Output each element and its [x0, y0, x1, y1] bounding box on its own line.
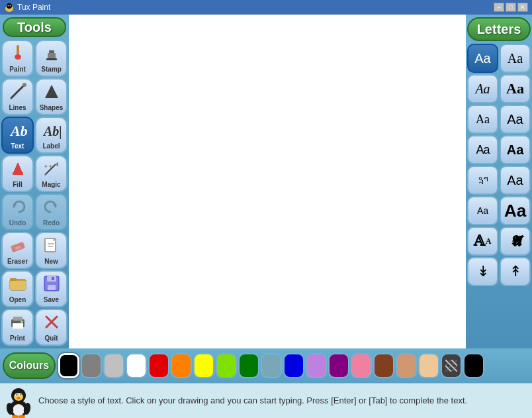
- color-green[interactable]: [238, 353, 259, 378]
- window-title: Tux Paint: [17, 3, 494, 12]
- maximize-button[interactable]: □: [506, 3, 516, 12]
- color-black2[interactable]: [463, 353, 484, 378]
- tool-new[interactable]: New: [35, 232, 67, 269]
- color-red[interactable]: [148, 353, 169, 378]
- tool-grid: Paint Stamp: [1, 40, 67, 346]
- svg-rect-30: [10, 278, 17, 281]
- font-btn-14[interactable]: 𝕬: [500, 227, 531, 256]
- tool-redo: Redo: [35, 193, 67, 231]
- status-bar: Choose a style of text. Click on your dr…: [0, 383, 532, 418]
- svg-point-1: [7, 3, 12, 9]
- font-btn-7[interactable]: Aa: [467, 135, 498, 164]
- label-label: Label: [42, 142, 60, 150]
- color-purple-light[interactable]: [306, 353, 327, 378]
- color-purple[interactable]: [328, 353, 349, 378]
- paint-icon: [9, 44, 27, 64]
- tool-eraser[interactable]: Eraser: [1, 232, 34, 269]
- svg-point-48: [17, 394, 18, 395]
- font-btn-4[interactable]: Aa: [500, 74, 531, 103]
- left-toolbar: Tools Paint: [0, 15, 69, 348]
- font-grid: Aa Aa Aa Aa Aa Aa Aa Aa འཀྲ Aa Aa Aa 𝔸A …: [467, 44, 531, 286]
- tool-fill[interactable]: Fill: [1, 155, 34, 192]
- tool-paint[interactable]: Paint: [1, 40, 34, 77]
- color-swatches: [58, 353, 529, 378]
- svg-text:Abc: Abc: [9, 123, 27, 139]
- right-panel: Letters Aa Aa Aa Aa Aa Aa Aa Aa འཀྲ Aa A…: [466, 15, 532, 348]
- eraser-label: Eraser: [7, 258, 28, 265]
- color-pink[interactable]: [351, 353, 372, 378]
- drawing-canvas[interactable]: [69, 15, 466, 348]
- svg-text:Ab|: Ab|: [42, 124, 61, 139]
- font-btn-6[interactable]: Aa: [500, 105, 531, 134]
- color-black[interactable]: [58, 353, 79, 378]
- font-btn-15[interactable]: ↡: [467, 257, 498, 286]
- close-button[interactable]: ✕: [517, 3, 528, 12]
- svg-point-39: [21, 321, 23, 323]
- tool-magic[interactable]: ✦✦ Magic: [35, 155, 67, 192]
- tool-quit[interactable]: Quit: [35, 309, 67, 346]
- color-skin[interactable]: [418, 353, 439, 378]
- color-orange[interactable]: [171, 353, 192, 378]
- undo-label: Undo: [9, 219, 26, 227]
- svg-point-4: [8, 5, 9, 6]
- stamp-icon: [42, 44, 61, 64]
- stamp-label: Stamp: [41, 66, 62, 73]
- svg-rect-31: [10, 281, 26, 290]
- tool-stamp[interactable]: Stamp: [35, 40, 67, 77]
- font-btn-1[interactable]: Aa: [467, 44, 498, 73]
- color-blue[interactable]: [283, 353, 304, 378]
- color-teal[interactable]: [261, 353, 282, 378]
- magic-icon: ✦✦: [42, 159, 61, 180]
- svg-rect-8: [48, 53, 56, 58]
- tools-heading: Tools: [3, 17, 66, 37]
- open-label: Open: [9, 296, 26, 303]
- colors-bar: Colours: [0, 348, 532, 383]
- font-btn-16[interactable]: ↟: [500, 257, 531, 286]
- svg-rect-35: [52, 277, 54, 280]
- tool-print[interactable]: Print: [1, 309, 34, 346]
- open-icon: [9, 274, 27, 295]
- color-yellow[interactable]: [193, 353, 214, 378]
- tool-text[interactable]: Abc Text: [1, 117, 34, 154]
- fill-icon: [9, 159, 27, 180]
- tool-open[interactable]: Open: [1, 270, 34, 307]
- svg-point-7: [15, 54, 21, 60]
- color-green-light[interactable]: [216, 353, 237, 378]
- app-icon: [4, 2, 15, 13]
- color-gray-dark[interactable]: [81, 353, 102, 378]
- font-btn-10[interactable]: Aa: [500, 166, 531, 195]
- font-btn-5[interactable]: Aa: [467, 105, 498, 134]
- font-btn-12[interactable]: Aa: [500, 196, 531, 225]
- tool-lines[interactable]: Lines: [1, 78, 34, 115]
- font-btn-8[interactable]: Aa: [500, 135, 531, 164]
- color-gray-light[interactable]: [103, 353, 124, 378]
- minimize-button[interactable]: –: [494, 3, 504, 12]
- svg-rect-38: [13, 323, 23, 329]
- tux-mascot: [5, 386, 32, 415]
- svg-line-11: [11, 85, 24, 98]
- tool-undo: Undo: [1, 193, 34, 231]
- svg-point-12: [22, 83, 26, 87]
- font-btn-9[interactable]: འཀྲ: [467, 166, 498, 195]
- font-btn-2[interactable]: Aa: [500, 44, 531, 73]
- color-brown[interactable]: [373, 353, 394, 378]
- font-btn-13[interactable]: 𝔸A: [467, 227, 498, 256]
- tool-label[interactable]: Ab| Label: [35, 117, 67, 154]
- tool-save[interactable]: Save: [35, 270, 67, 307]
- quit-label: Quit: [45, 335, 58, 342]
- font-btn-11[interactable]: Aa: [467, 196, 498, 225]
- new-label: New: [44, 258, 58, 265]
- font-btn-3[interactable]: Aa: [467, 74, 498, 103]
- window-controls: – □ ✕: [494, 3, 528, 12]
- letters-heading: Letters: [467, 17, 531, 41]
- tool-shapes[interactable]: Shapes: [35, 78, 67, 115]
- svg-point-49: [21, 394, 22, 395]
- svg-rect-34: [48, 285, 56, 290]
- color-tan[interactable]: [396, 353, 417, 378]
- shapes-label: Shapes: [40, 104, 64, 111]
- svg-rect-16: [13, 172, 23, 175]
- color-white[interactable]: [126, 353, 147, 378]
- print-label: Print: [10, 335, 25, 342]
- svg-marker-18: [56, 162, 58, 167]
- color-special[interactable]: [441, 353, 462, 378]
